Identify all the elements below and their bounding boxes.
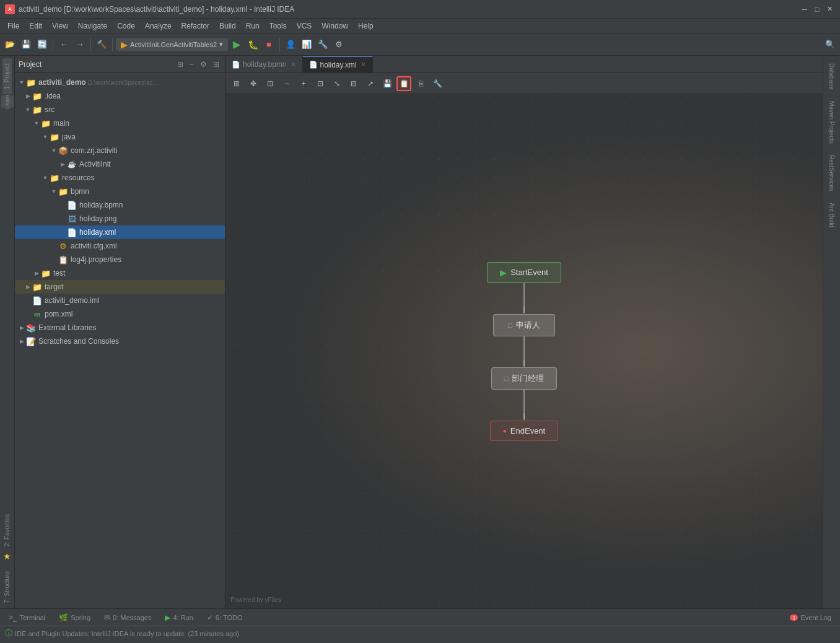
bpmn-btn-copy[interactable]: ⎘: [413, 76, 428, 91]
bpmn-btn-expand[interactable]: ⤡: [330, 76, 344, 91]
bottom-tab-todo[interactable]: ✓ 6: TODO: [201, 611, 249, 624]
toolbar-save-btn[interactable]: 💾: [19, 37, 33, 52]
tree-item-log4j[interactable]: 📋 log4j.properties: [15, 253, 225, 266]
tree-item-scratches[interactable]: ▶ 📝 Scratches and Consoles: [15, 335, 225, 348]
menu-window[interactable]: Window: [317, 20, 353, 32]
right-tab-database[interactable]: Database: [827, 58, 836, 95]
run-button[interactable]: ▶: [229, 37, 244, 52]
project-collapse-btn[interactable]: −: [188, 59, 196, 69]
tree-item-main[interactable]: ▼ 📁 main: [15, 116, 225, 130]
menu-navigate[interactable]: Navigate: [73, 20, 112, 32]
settings-button[interactable]: ⚙: [331, 37, 346, 52]
manager-task-node[interactable]: □ 部门经理: [491, 367, 558, 390]
tree-item-bpmn-folder[interactable]: ▼ 📁 bpmn: [15, 185, 225, 198]
project-settings-btn[interactable]: ⚙: [198, 59, 209, 69]
tree-item-iml[interactable]: 📄 activiti_demo.iml: [15, 294, 225, 307]
bpmn-btn-open[interactable]: ↗: [363, 76, 378, 91]
maximize-button[interactable]: □: [812, 4, 823, 14]
favorites-star-icon[interactable]: ★: [3, 551, 11, 561]
right-tab-maven[interactable]: Maven Projects: [827, 96, 836, 149]
menu-tools[interactable]: Tools: [265, 20, 292, 32]
bpmn-editor-toolbar: ⊞ ✥ ⊡ − + ⊡ ⤡ ⊟ ↗ 💾 📋 ⎘ 🔧: [225, 73, 823, 94]
bpmn-btn-save[interactable]: 💾: [380, 76, 395, 91]
toolbar-build-btn[interactable]: 🔨: [94, 37, 109, 52]
toolbar-sep1: [53, 38, 53, 51]
menu-file[interactable]: File: [2, 20, 24, 32]
minimize-button[interactable]: ─: [799, 4, 810, 14]
learn-panel-btn[interactable]: Learn: [1, 95, 14, 108]
bpmn-btn-layout[interactable]: ✥: [246, 76, 261, 91]
close-button[interactable]: ✕: [824, 4, 835, 14]
menu-run[interactable]: Run: [241, 20, 265, 32]
toolbar-forward-btn[interactable]: →: [72, 37, 87, 52]
left-tab-favorites[interactable]: 2: Favorites: [2, 509, 12, 551]
tab-holiday-bpmn[interactable]: 📄 holiday.bpmn ✕: [225, 56, 303, 72]
event-log-tab[interactable]: 1 Event Log: [782, 612, 838, 623]
menu-edit[interactable]: Edit: [24, 20, 47, 32]
run-config-label: ActivitiInit.GenActivitiTables2: [130, 41, 217, 48]
menu-code[interactable]: Code: [112, 20, 140, 32]
project-gear-btn[interactable]: ⊞: [211, 59, 221, 69]
tree-item-activiti-cfg[interactable]: ⚙ activiti.cfg.xml: [15, 239, 225, 253]
profile-button[interactable]: 👤: [283, 37, 298, 52]
notify-icon: ⓘ: [5, 628, 12, 639]
project-panel-title: Project: [19, 60, 173, 69]
bpmn-btn-paste[interactable]: 📋: [396, 76, 411, 91]
coverage-button[interactable]: 📊: [299, 37, 314, 52]
bpmn-tab-close[interactable]: ✕: [291, 61, 296, 69]
tree-item-test[interactable]: ▶ 📁 test: [15, 266, 225, 280]
menu-build[interactable]: Build: [214, 20, 241, 32]
apply-task-node[interactable]: □ 申请人: [493, 314, 555, 336]
bottom-tab-terminal[interactable]: >_ Terminal: [2, 611, 51, 624]
tree-item-idea[interactable]: ▶ 📁 .idea: [15, 89, 225, 103]
bottom-tab-messages[interactable]: ✉ 0: Messages: [98, 611, 157, 624]
project-sync-btn[interactable]: ⊞: [175, 59, 185, 69]
tree-item-holiday-xml[interactable]: 📄 holiday.xml: [15, 225, 225, 239]
end-event-label: EndEvent: [510, 426, 545, 435]
tree-item-ext-libs[interactable]: ▶ 📚 External Libraries: [15, 321, 225, 335]
bottom-tab-spring[interactable]: 🌿 Spring: [53, 611, 97, 624]
menu-help[interactable]: Help: [353, 20, 378, 32]
run-config-selector[interactable]: ▶ ActivitiInit.GenActivitiTables2 ▾: [116, 38, 228, 51]
toolbar-back-btn[interactable]: ←: [56, 37, 71, 52]
xml-tab-close[interactable]: ✕: [361, 61, 366, 69]
update-button[interactable]: 🔧: [315, 37, 330, 52]
bpmn-btn-collapse[interactable]: ⊟: [346, 76, 361, 91]
tree-item-resources[interactable]: ▼ 📁 resources: [15, 171, 225, 185]
tree-item-pom[interactable]: m pom.xml: [15, 307, 225, 321]
start-event-node[interactable]: ▶ StartEvent: [487, 262, 561, 283]
tree-item-holiday-png[interactable]: 🖼 holiday.png: [15, 212, 225, 225]
tree-item-src[interactable]: ▼ 📁 src: [15, 103, 225, 116]
left-tab-structure[interactable]: 7: Structure: [2, 566, 12, 608]
menu-view[interactable]: View: [47, 20, 73, 32]
menu-refactor[interactable]: Refactor: [177, 20, 214, 32]
bpmn-btn-zoom-in[interactable]: +: [296, 76, 311, 91]
menu-analyze[interactable]: Analyze: [140, 20, 177, 32]
stop-button[interactable]: ■: [261, 37, 276, 52]
spring-icon: 🌿: [59, 613, 68, 622]
debug-button[interactable]: 🐛: [245, 37, 260, 52]
bottom-tabs-bar: >_ Terminal 🌿 Spring ✉ 0: Messages ▶ 4: …: [0, 608, 840, 626]
tree-item-root[interactable]: ▼ 📁 activiti_demo D:\work\workSpaces\ac.…: [15, 76, 225, 89]
bpmn-btn-grid[interactable]: ⊞: [229, 76, 244, 91]
apply-task-icon: □: [508, 322, 512, 329]
tree-item-pkg[interactable]: ▼ 📦 com.zrj.activiti: [15, 144, 225, 157]
search-everywhere-button[interactable]: 🔍: [823, 37, 838, 52]
right-tab-ant[interactable]: Ant Build: [827, 198, 836, 232]
bpmn-btn-zoom-out[interactable]: −: [279, 76, 294, 91]
left-tab-project[interactable]: 1: Project: [2, 58, 12, 94]
tree-item-activiti-init[interactable]: ▶ ☕ ActivitiInit: [15, 157, 225, 171]
bpmn-btn-fit[interactable]: ⊡: [313, 76, 328, 91]
right-tab-rest[interactable]: RestServices: [827, 150, 836, 196]
tree-item-holiday-bpmn[interactable]: 📄 holiday.bpmn: [15, 198, 225, 212]
bpmn-btn-settings2[interactable]: 🔧: [430, 76, 445, 91]
end-event-node[interactable]: ● EndEvent: [490, 421, 558, 441]
tab-holiday-xml[interactable]: 📄 holiday.xml ✕: [303, 56, 373, 72]
toolbar-open-btn[interactable]: 📂: [2, 37, 17, 52]
menu-vcs[interactable]: VCS: [292, 20, 317, 32]
bpmn-btn-select[interactable]: ⊡: [263, 76, 278, 91]
tree-item-target[interactable]: ▶ 📁 target: [15, 280, 225, 294]
toolbar-refresh-btn[interactable]: 🔄: [35, 37, 50, 52]
bottom-tab-run[interactable]: ▶ 4: Run: [159, 611, 199, 624]
tree-item-java[interactable]: ▼ 📁 java: [15, 130, 225, 144]
